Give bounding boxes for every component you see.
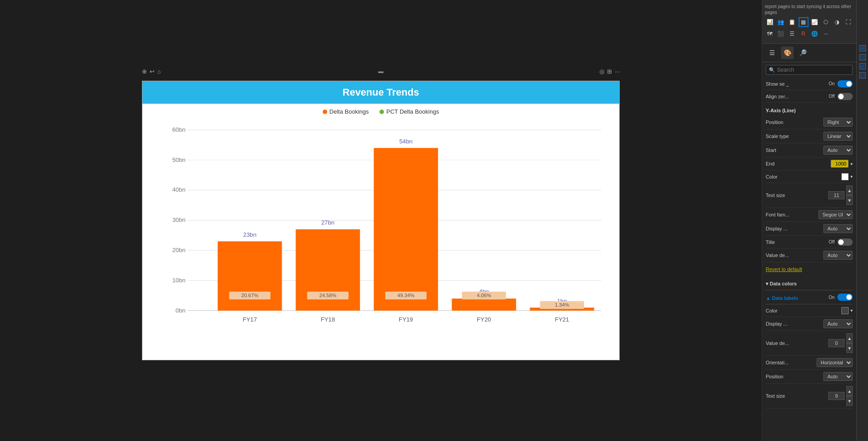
value-decimal-select[interactable]: Auto bbox=[823, 251, 853, 260]
align-zero-toggle[interactable] bbox=[837, 93, 853, 100]
show-secondary-toggle[interactable] bbox=[837, 80, 853, 87]
viz-icon-5[interactable]: 📈 bbox=[810, 17, 820, 27]
end-input[interactable] bbox=[831, 160, 849, 168]
value-decimal-row: Value de... Auto bbox=[766, 248, 853, 262]
dl-position-row: Position Auto Above Below bbox=[766, 370, 853, 384]
tab-fields[interactable]: ☰ bbox=[766, 46, 778, 59]
viz-icon-7[interactable]: ◑ bbox=[832, 17, 842, 27]
scale-type-row: Scale type Linear Log bbox=[766, 129, 853, 143]
dl-color-row: Color ▾ bbox=[766, 304, 853, 317]
chart-icon-expand[interactable]: ◎ bbox=[599, 68, 604, 75]
dl-text-size-down[interactable]: ▼ bbox=[846, 396, 853, 406]
search-icon: 🔍 bbox=[769, 67, 775, 73]
bar-fy17[interactable] bbox=[218, 241, 282, 311]
start-select[interactable]: Auto bbox=[823, 146, 853, 155]
viz-icon-8[interactable]: ⛶ bbox=[843, 17, 853, 27]
viz-icon-11[interactable]: ☰ bbox=[787, 29, 797, 39]
value-decimal-label: Value de... bbox=[766, 253, 823, 258]
svg-text:FY17: FY17 bbox=[242, 316, 257, 323]
svg-text:FY20: FY20 bbox=[477, 316, 491, 323]
color-dropdown-icon[interactable]: ▾ bbox=[850, 174, 853, 179]
align-zero-value: Off bbox=[829, 93, 853, 100]
dl-display-value: Auto bbox=[823, 319, 853, 328]
show-secondary-row: Show se _ On bbox=[766, 78, 853, 90]
svg-text:0bn: 0bn bbox=[176, 307, 186, 314]
show-secondary-track bbox=[837, 80, 853, 87]
color-swatch[interactable] bbox=[841, 173, 849, 180]
revert-row: Revert to default bbox=[766, 262, 853, 276]
dl-text-size-value: ▲ ▼ bbox=[828, 386, 853, 406]
svg-text:FY19: FY19 bbox=[399, 316, 413, 323]
dl-text-size-up[interactable]: ▲ bbox=[846, 386, 853, 396]
dl-value-decimal-up[interactable]: ▲ bbox=[846, 333, 853, 343]
dl-value-decimal-label: Value de... bbox=[766, 340, 828, 346]
text-size-down[interactable]: ▼ bbox=[846, 195, 853, 205]
viz-icon-bar[interactable]: ▦ bbox=[799, 17, 809, 27]
display-units-select[interactable]: Auto bbox=[823, 224, 853, 233]
settings-section: Show se _ On Align zer... Off bbox=[762, 78, 856, 409]
svg-text:50bn: 50bn bbox=[172, 156, 185, 163]
viz-icon-15[interactable] bbox=[832, 29, 842, 39]
y-axis-header-label: Y-Axis (Line) bbox=[766, 108, 853, 113]
chart-icon-pin[interactable]: ⊕ bbox=[142, 68, 147, 75]
dl-display-select[interactable]: Auto bbox=[823, 319, 853, 328]
legend-label-delta: Delta Bookings bbox=[329, 108, 369, 115]
search-bar[interactable]: 🔍 bbox=[766, 65, 853, 75]
data-labels-chevron: ▲ bbox=[766, 295, 772, 301]
revert-link[interactable]: Revert to default bbox=[766, 265, 802, 274]
dl-color-label: Color bbox=[766, 308, 841, 313]
dl-color-dropdown[interactable]: ▾ bbox=[850, 308, 853, 313]
title-toggle[interactable] bbox=[837, 239, 853, 246]
end-label: End bbox=[766, 161, 831, 166]
data-labels-toggle[interactable] bbox=[837, 294, 853, 301]
dl-value-decimal-row: Value de... ▲ ▼ bbox=[766, 331, 853, 356]
chart-icon-popout[interactable]: ⊞ bbox=[607, 68, 612, 75]
right-panel: report pages to start syncing it across … bbox=[762, 0, 856, 441]
title-label: Title bbox=[766, 239, 829, 245]
viz-icon-16[interactable] bbox=[843, 29, 853, 39]
viz-icon-12[interactable]: R bbox=[799, 29, 809, 39]
font-family-select[interactable]: Segoe UI Arial bbox=[818, 210, 853, 219]
dl-orientation-row: Orientati... Horizontal Vertical bbox=[766, 356, 853, 370]
viz-icon-14[interactable]: ··· bbox=[821, 29, 831, 39]
narrow-checkbox-3[interactable] bbox=[859, 63, 866, 69]
svg-text:60bn: 60bn bbox=[172, 126, 185, 133]
chart-icon-home[interactable]: ⌂ bbox=[157, 68, 161, 75]
viz-icon-3[interactable]: 📋 bbox=[787, 17, 797, 27]
narrow-checkbox-1[interactable] bbox=[859, 45, 866, 51]
dl-color-swatch[interactable] bbox=[841, 307, 849, 314]
viz-icon-1[interactable]: 📊 bbox=[765, 17, 775, 27]
viz-icon-10[interactable]: ⬛ bbox=[776, 29, 786, 39]
chart-icon-more[interactable]: ··· bbox=[615, 68, 620, 75]
dl-value-decimal-value: ▲ ▼ bbox=[828, 333, 853, 353]
display-units-label: Display ... bbox=[766, 226, 823, 231]
narrow-checkbox-4[interactable] bbox=[859, 72, 866, 78]
viz-icon-2[interactable]: 👥 bbox=[776, 17, 786, 27]
position-select[interactable]: Right Left bbox=[823, 118, 853, 127]
dl-text-size-input[interactable] bbox=[828, 392, 845, 400]
search-input[interactable] bbox=[777, 67, 850, 73]
tab-format[interactable]: 🎨 bbox=[781, 46, 794, 59]
svg-text:20bn: 20bn bbox=[172, 247, 185, 253]
viz-icon-13[interactable]: 🌐 bbox=[810, 29, 820, 39]
tab-analytics[interactable]: 🔎 bbox=[796, 46, 809, 59]
text-size-up[interactable]: ▲ bbox=[846, 185, 853, 195]
dl-orientation-select[interactable]: Horizontal Vertical bbox=[817, 358, 853, 367]
viz-icon-9[interactable]: 🗺 bbox=[765, 29, 775, 39]
data-colors-label[interactable]: ▾ Data colors bbox=[766, 278, 797, 288]
data-labels-label[interactable]: ▲ Data labels bbox=[766, 293, 798, 302]
dl-position-select[interactable]: Auto Above Below bbox=[823, 372, 853, 381]
display-units-value: Auto bbox=[823, 224, 853, 233]
scale-type-select[interactable]: Linear Log bbox=[823, 132, 853, 141]
dl-value-decimal-input[interactable] bbox=[828, 339, 845, 347]
bar-fy19[interactable] bbox=[374, 148, 438, 311]
viz-icon-6[interactable]: ⬡ bbox=[821, 17, 831, 27]
dl-value-decimal-down[interactable]: ▼ bbox=[846, 343, 853, 353]
show-secondary-label: Show se _ bbox=[766, 81, 829, 87]
align-zero-track bbox=[837, 93, 853, 100]
chart-drag-handle: ▬ bbox=[378, 68, 384, 74]
text-size-input[interactable] bbox=[828, 191, 845, 199]
narrow-checkbox-2[interactable] bbox=[859, 54, 866, 60]
chart-icon-back[interactable]: ↩ bbox=[150, 68, 155, 75]
bar-fy20[interactable] bbox=[452, 299, 516, 311]
